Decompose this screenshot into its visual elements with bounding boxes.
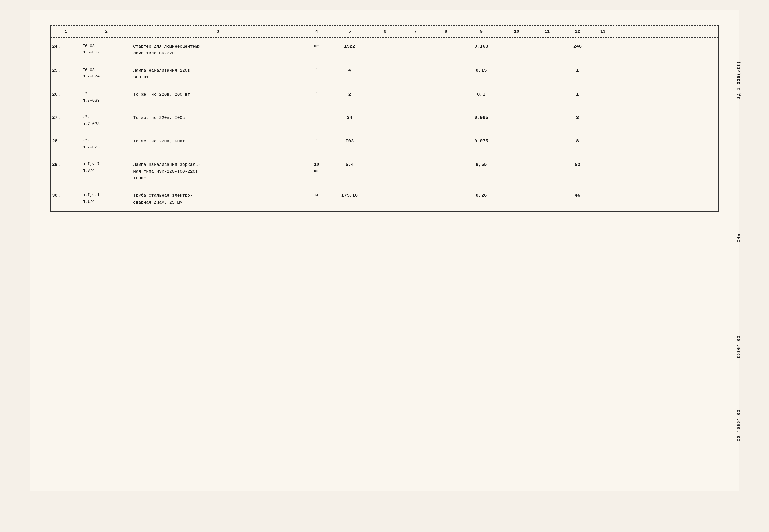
row-29-col9: 9,55 xyxy=(461,161,501,169)
side-label-3: I5364-0I xyxy=(737,314,741,380)
side-text-2: - I4н - xyxy=(737,228,741,248)
row-24-col8 xyxy=(431,43,461,44)
row-29-col6 xyxy=(370,161,400,162)
side-label-2: - I4н - xyxy=(737,197,741,278)
row-28-col6 xyxy=(370,137,400,138)
row-26-num: 26. xyxy=(51,91,81,98)
row-28-col7 xyxy=(400,137,431,138)
row-30-desc: Труба стальная электро- сварная диам. 25… xyxy=(132,192,304,206)
header-col-6: 6 xyxy=(370,28,400,35)
table-row: 28. -"- п.7-023 То же, но 220в, 60вт " I… xyxy=(51,133,718,156)
table-row: 30. п.I,ч.I п.I74 Труба стальная электро… xyxy=(51,187,718,211)
row-26-col7 xyxy=(400,91,431,92)
row-25-col7 xyxy=(400,67,431,68)
row-25-col13 xyxy=(593,67,613,68)
row-26-col6 xyxy=(370,91,400,92)
row-28-desc: То же, но 220в, 60вт xyxy=(132,137,304,145)
row-24-qty: I522 xyxy=(329,43,370,50)
row-27-col8 xyxy=(431,114,461,115)
row-30-unit: м xyxy=(304,192,329,199)
row-24-desc: Стартер для люминесцентных ламп типа СК-… xyxy=(132,43,304,57)
row-24-col10 xyxy=(501,43,532,44)
row-29-col8 xyxy=(431,161,461,162)
row-24-col11 xyxy=(532,43,562,44)
header-col-10: 10 xyxy=(501,28,532,35)
row-26-qty: 2 xyxy=(329,91,370,98)
header-col-11: 11 xyxy=(532,28,562,35)
row-30-col6 xyxy=(370,192,400,193)
row-28-num: 28. xyxy=(51,137,81,145)
row-25-col9: 0,I5 xyxy=(461,67,501,74)
row-27-col13 xyxy=(593,114,613,115)
row-30-qty: I75,I0 xyxy=(329,192,370,199)
header-col-12: 12 xyxy=(562,28,593,35)
row-24-num: 24. xyxy=(51,43,81,50)
row-25-num: 25. xyxy=(51,67,81,74)
row-27-qty: 34 xyxy=(329,114,370,122)
row-25-unit: " xyxy=(304,67,329,74)
row-29-col13 xyxy=(593,161,613,162)
row-28-qty: I03 xyxy=(329,137,370,145)
header-col-1: 1 xyxy=(51,28,81,35)
side-label-1: 2Д-1-335(vII) xyxy=(737,30,741,129)
row-26-col12: I xyxy=(562,91,593,98)
table-row: 26. -"- п.7-039 То же, но 220в, 200 вт "… xyxy=(51,86,718,109)
row-30-col13 xyxy=(593,192,613,193)
row-24-col6 xyxy=(370,43,400,44)
row-24-col7 xyxy=(400,43,431,44)
row-26-col13 xyxy=(593,91,613,92)
row-25-col11 xyxy=(532,67,562,68)
row-26-col9: 0,I xyxy=(461,91,501,98)
row-26-desc: То же, но 220в, 200 вт xyxy=(132,91,304,98)
row-27-col12: 3 xyxy=(562,114,593,122)
row-28-col13 xyxy=(593,137,613,138)
header-row: 1 2 3 4 5 6 7 8 9 10 11 12 13 xyxy=(51,25,718,38)
row-29-num: 29. xyxy=(51,161,81,169)
row-29-qty: 5,4 xyxy=(329,161,370,169)
row-27-col6 xyxy=(370,114,400,115)
table-row: 27. -"- п.7-033 То же, но 220в, I00вт " … xyxy=(51,109,718,133)
header-col-8: 8 xyxy=(431,28,461,35)
row-25-col10 xyxy=(501,67,532,68)
row-28-col10 xyxy=(501,137,532,138)
row-25-code: I6-03 п.7-074 xyxy=(81,67,132,80)
row-30-col7 xyxy=(400,192,431,193)
row-27-col11 xyxy=(532,114,562,115)
row-29-desc: Лампа накаливания зеркаль- ная типа НЗК-… xyxy=(132,161,304,182)
row-26-code: -"- п.7-039 xyxy=(81,91,132,105)
row-24-col9: 0,I63 xyxy=(461,43,501,50)
row-30-col12: 46 xyxy=(562,192,593,199)
row-29-col11 xyxy=(532,161,562,162)
row-25-col6 xyxy=(370,67,400,68)
row-26-col10 xyxy=(501,91,532,92)
row-28-col12: 8 xyxy=(562,137,593,145)
row-24-unit: шт xyxy=(304,43,329,50)
row-27-col7 xyxy=(400,114,431,115)
row-27-code: -"- п.7-033 xyxy=(81,114,132,128)
row-25-col8 xyxy=(431,67,461,68)
row-28-code: -"- п.7-023 xyxy=(81,137,132,151)
header-col-5: 5 xyxy=(329,28,370,35)
table-row: 25. I6-03 п.7-074 Лампа накаливания 220в… xyxy=(51,62,718,86)
row-30-col11 xyxy=(532,192,562,193)
row-26-col8 xyxy=(431,91,461,92)
header-col-7: 7 xyxy=(400,28,431,35)
row-30-col9: 0,26 xyxy=(461,192,501,199)
header-col-13: 13 xyxy=(593,28,613,35)
row-27-col9: 0,085 xyxy=(461,114,501,122)
side-label-4: I0-45654-0I xyxy=(737,395,741,456)
row-29-col7 xyxy=(400,161,431,162)
row-30-col10 xyxy=(501,192,532,193)
row-27-unit: " xyxy=(304,114,329,121)
row-29-code: п.I,ч.7 п.374 xyxy=(81,161,132,175)
row-28-unit: " xyxy=(304,137,329,145)
row-27-num: 27. xyxy=(51,114,81,122)
row-29-col12: 52 xyxy=(562,161,593,169)
row-28-col8 xyxy=(431,137,461,138)
row-27-col10 xyxy=(501,114,532,115)
row-29-unit: 10 шт xyxy=(304,161,329,175)
row-24-col12: 248 xyxy=(562,43,593,50)
row-26-unit: " xyxy=(304,91,329,98)
row-24-code: I6-03 п.6-002 xyxy=(81,43,132,56)
side-text-3: I5364-0I xyxy=(737,335,741,359)
